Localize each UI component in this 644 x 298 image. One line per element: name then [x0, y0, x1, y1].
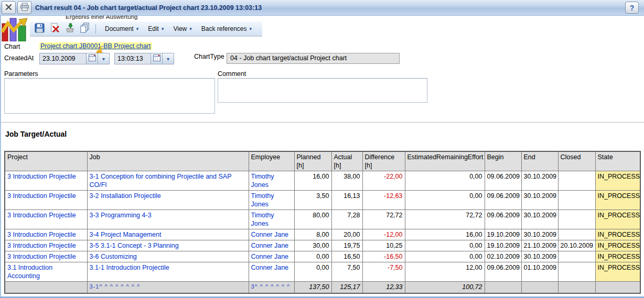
time-dropdown-button[interactable]: ▾ — [163, 53, 174, 64]
ere-cell: 0,00 — [405, 240, 485, 251]
chevron-down-icon: ▾ — [136, 26, 139, 31]
calendar-button[interactable] — [151, 53, 163, 64]
subtitle-clip: Ergebnis einer Auswertung — [66, 16, 137, 21]
job-link[interactable]: 3-5 3.1-1 Concept - 3 Planning — [87, 240, 249, 251]
table-row: 3 Introduction Projectile3-5 3.1-1 Conce… — [5, 240, 640, 251]
employee-link[interactable]: Conner Jane — [249, 240, 294, 251]
project-link[interactable]: 3.1 Introduction Accounting — [5, 262, 87, 282]
save-button[interactable] — [33, 23, 46, 35]
employee-link[interactable]: Conner Jane — [249, 251, 294, 262]
close-icon — [5, 3, 13, 13]
ere-cell: 16,00 — [405, 229, 485, 240]
basket-import-button[interactable] — [63, 23, 76, 35]
actual-cell: 20,00 — [331, 229, 362, 240]
menu-edit[interactable]: Edit ▾ — [143, 24, 168, 34]
project-link[interactable]: 3 Introduction Projectile — [5, 240, 87, 251]
closed-cell — [558, 229, 595, 240]
comment-label: Comment — [218, 70, 246, 78]
totals-employee-links[interactable]: 3^ ^ ^ ^ ^ ^ ^ — [249, 282, 294, 293]
parameters-textarea[interactable] — [4, 78, 215, 114]
difference-cell: 10,25 — [362, 240, 405, 251]
project-link[interactable]: 3 Introduction Projectile — [5, 191, 87, 210]
job-link[interactable]: 3-1 Conception for combining Projectile … — [87, 171, 249, 191]
column-header-estimated-remaining-effort: EstimatedRemainingEffort — [405, 151, 485, 171]
window-title: Chart result 04 - Job chart target/actua… — [35, 4, 262, 12]
menu-document-label: Document — [105, 25, 134, 32]
createdat-label: CreatedAt — [4, 54, 34, 62]
question-icon: ? — [630, 4, 635, 12]
print-button[interactable] — [17, 1, 31, 14]
ere-cell: 0,00 — [405, 171, 485, 191]
toolbar: Document ▾ Edit ▾ View ▾ Back references… — [30, 21, 262, 37]
job-link[interactable]: 3-3 Programming 4-3 — [87, 210, 249, 229]
totals-job-links[interactable]: 3-1^ ^ ^ ^ ^ ^ ^ ^ — [87, 282, 249, 293]
created-date-input[interactable]: 23.10.2009 — [39, 53, 87, 64]
employee-link[interactable]: Timothy Jones — [249, 171, 294, 191]
basket-import-icon — [65, 23, 75, 35]
comment-textarea[interactable] — [218, 78, 427, 103]
actual-cell: 16,13 — [331, 191, 362, 210]
chevron-down-icon: ▾ — [189, 26, 192, 31]
ere-cell: 72,72 — [405, 210, 485, 229]
created-time-input[interactable]: 13:03:13 — [114, 53, 151, 64]
job-link[interactable]: 3.1-1 Introduction Projectile — [87, 262, 249, 282]
closed-cell — [558, 251, 595, 262]
help-button[interactable]: ? — [625, 2, 639, 14]
begin-cell: 09.06.2009 — [485, 191, 521, 210]
employee-link[interactable]: Timothy Jones — [249, 191, 294, 210]
difference-cell: -16,50 — [362, 251, 405, 262]
charttype-field: 04 - Job chart target/actual Project cha… — [227, 53, 400, 64]
job-link[interactable]: 3-6 Customizing — [87, 251, 249, 262]
closed-cell — [558, 262, 595, 282]
state-cell: IN_PROCESS — [595, 229, 640, 240]
column-header-project: Project — [5, 151, 87, 171]
begin-cell: 19.10.2009 — [485, 240, 521, 251]
planned-cell: 16,00 — [294, 171, 331, 191]
totals-difference-cell: 12,33 — [362, 282, 405, 293]
project-link[interactable]: 3 Introduction Projectile — [5, 210, 87, 229]
column-header-state: State — [595, 151, 640, 171]
copy-button[interactable] — [79, 23, 91, 35]
column-header-difference: Difference [h] — [362, 151, 405, 171]
state-cell: IN_PROCESS — [595, 240, 640, 251]
project-link[interactable]: 3 Introduction Projectile — [5, 251, 87, 262]
column-header-closed: Closed — [558, 151, 595, 171]
closed-cell — [558, 210, 595, 229]
employee-link[interactable]: Conner Jane — [249, 229, 294, 240]
project-link[interactable]: 3 Introduction Projectile — [5, 171, 87, 191]
chevron-down-icon: ▾ — [167, 56, 169, 62]
menu-document[interactable]: Document ▾ — [100, 24, 143, 34]
planned-cell: 8,00 — [294, 229, 331, 240]
close-button[interactable] — [2, 1, 16, 14]
job-link[interactable]: 3-4 Project Management — [87, 229, 249, 240]
planned-cell: 3,50 — [294, 191, 331, 210]
date-dropdown-button[interactable]: ▾ — [98, 53, 110, 64]
state-cell: IN_PROCESS — [595, 210, 640, 229]
totals-row: 3-1^ ^ ^ ^ ^ ^ ^ ^ 3^ ^ ^ ^ ^ ^ ^ 137,50… — [5, 282, 640, 293]
calendar-button[interactable] — [87, 53, 98, 64]
begin-cell: 02.10.2009 — [485, 251, 521, 262]
ere-cell: 0,00 — [405, 251, 485, 262]
chevron-down-icon: ▾ — [250, 26, 252, 31]
title-bar: Chart result 04 - Job chart target/actua… — [0, 0, 644, 16]
employee-link[interactable]: Timothy Jones — [249, 210, 294, 229]
toolbar-separator — [95, 24, 96, 34]
column-header-planned: Planned [h] — [294, 151, 331, 171]
column-header-employee: Employee — [249, 151, 294, 171]
end-cell: 30.10.2009 — [521, 171, 558, 191]
calendar-icon — [89, 54, 96, 63]
job-link[interactable]: 3-2 Installation Projectile — [87, 191, 249, 210]
menu-view[interactable]: View ▾ — [168, 24, 196, 34]
closed-cell: 20.10.2009 — [558, 240, 595, 251]
totals-ere-cell: 100,72 — [405, 282, 485, 293]
table-header-row: Project Job Employee Planned [h] Actual … — [5, 151, 640, 171]
totals-begin-cell — [485, 282, 521, 293]
state-cell: IN_PROCESS — [595, 251, 640, 262]
end-cell: 30.10.2009 — [521, 251, 558, 262]
menu-back-references[interactable]: Back references ▾ — [197, 24, 256, 34]
employee-link[interactable]: Conner Jane — [249, 262, 294, 282]
column-header-end: End — [521, 151, 558, 171]
project-link[interactable]: 3 Introduction Projectile — [5, 229, 87, 240]
end-cell: 01.10.2009 — [521, 262, 558, 282]
delete-button[interactable] — [48, 23, 61, 35]
